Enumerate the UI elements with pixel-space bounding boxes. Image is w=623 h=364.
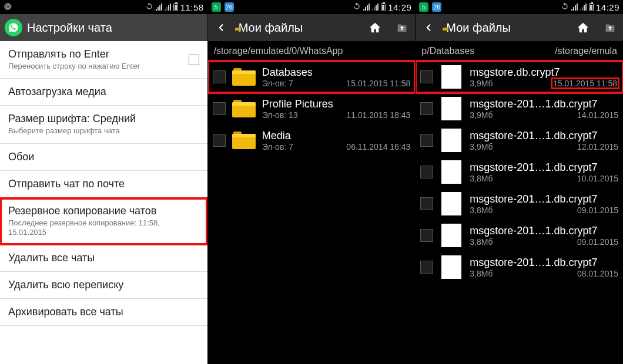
signal-icon-2 [165,4,171,11]
file-meta-right: 06.11.2014 16:43 [346,142,410,151]
file-meta-left: 3,8Мб [470,269,493,278]
file-row[interactable]: msgstore-201…1.db.crypt73,8Мб08.01.2015 [416,251,623,283]
file-meta-left: Эл-ов: 7 [262,79,293,88]
row-checkbox[interactable] [420,261,433,274]
file-row[interactable]: msgstore-201…1.db.crypt73,8Мб09.01.2015 [416,188,623,220]
row-checkbox[interactable] [213,70,226,83]
file-name: msgstore.db.crypt7 [470,66,618,79]
settings-item-title: Удалить все чаты [8,252,199,264]
settings-list: Отправлять по EnterПереносить строку по … [0,41,207,364]
file-meta-right: 08.01.2015 [577,269,618,278]
file-name: Databases [262,66,411,79]
file-meta-left: 3,9Мб [470,110,493,120]
row-checkbox[interactable] [420,134,433,147]
settings-item[interactable]: Автозагрузка медиа [0,79,207,106]
path-segment: p/Databases [421,46,474,56]
whatsapp-status-icon [4,2,12,12]
settings-item[interactable]: Отправлять по EnterПереносить строку по … [0,41,207,79]
settings-item-title: Обои [8,151,199,163]
home-icon[interactable] [367,19,383,36]
notification-badge-icon: 26 [225,2,234,12]
folder-icon [232,65,256,89]
file-name: msgstore-201…1.db.crypt7 [470,130,618,142]
row-checkbox[interactable] [213,102,226,115]
settings-item[interactable]: Обои [0,144,207,171]
settings-item-title: Резервное копирование чатов [8,205,199,217]
settings-item-title: Отправлять по Enter [8,48,189,60]
settings-item[interactable]: Резервное копирование чатовПоследнее рез… [0,198,207,245]
file-row[interactable]: msgstore-201…1.db.crypt73,9Мб14.01.2015 [416,93,623,124]
file-meta-left: 3,8Мб [470,174,493,183]
settings-item[interactable]: Размер шрифта: СреднийВыберите размер шр… [0,106,207,143]
settings-item-subtitle: Выберите размер шрифта чата [8,126,199,136]
file-icon [439,160,464,184]
home-icon[interactable] [575,19,591,36]
settings-item-title: Автозагрузка медиа [8,86,199,98]
file-row[interactable]: MediaЭл-ов: 706.11.2014 16:43 [208,124,416,156]
row-checkbox[interactable] [420,197,433,210]
header-bar: Мои файлы [208,14,416,41]
signal-icon-2 [372,4,379,11]
file-name: Media [262,130,411,142]
status-bar: 11:58 [0,0,207,14]
battery-icon [173,4,178,11]
file-row[interactable]: DatabasesЭл-ов: 715.01.2015 11:58 [208,61,416,93]
path-segment: /storage/emula [555,46,617,56]
sync-icon [145,2,153,12]
settings-item[interactable]: Удалить всю переписку [0,272,207,299]
file-row[interactable]: msgstore.db.crypt73,9Мб15.01.2015 11:58 [416,61,623,93]
row-checkbox[interactable] [420,102,433,115]
file-name: msgstore-201…1.db.crypt7 [470,193,618,205]
battery-icon [381,4,386,11]
file-row[interactable]: Profile PicturesЭл-ов: 1311.01.2015 18:4… [208,93,416,124]
status-clock: 14:29 [596,2,619,12]
file-row[interactable]: msgstore-201…1.db.crypt73,8Мб10.01.2015 [416,156,623,188]
file-meta-right: 15.01.2015 11:58 [346,79,410,88]
settings-item[interactable]: Удалить все чаты [0,245,207,272]
file-icon [439,191,464,216]
up-folder-icon[interactable] [602,19,618,36]
settings-item-subtitle: Переносить строку по нажатию Enter [8,62,189,71]
back-icon[interactable] [420,19,437,36]
row-checkbox[interactable] [420,166,433,178]
file-meta-left: 3,8Мб [470,205,493,215]
checkbox[interactable] [189,55,199,65]
whatsapp-icon [5,19,22,36]
file-name: msgstore-201…1.db.crypt7 [470,98,618,110]
file-icon [439,96,464,121]
file-meta-right: 10.01.2015 [577,174,618,183]
back-icon[interactable] [213,19,229,36]
file-meta-right: 12.01.2015 [577,142,618,151]
status-bar: 5 26 14:29 [416,0,623,14]
sync-icon [353,2,361,12]
file-name: msgstore-201…1.db.crypt7 [470,225,618,237]
file-icon [439,223,464,248]
row-checkbox[interactable] [420,70,433,83]
notification-badge-icon: 5 [212,2,221,12]
row-checkbox[interactable] [213,134,226,147]
signal-icon [363,4,370,11]
file-name: msgstore-201…1.db.crypt7 [470,161,618,174]
notification-badge-icon: 5 [419,2,428,12]
file-meta-left: Эл-ов: 13 [262,110,298,120]
file-meta-left: 3,9Мб [470,142,493,151]
header-bar: Настройки чата [0,14,207,41]
file-meta-left: 3,8Мб [470,237,493,247]
file-row[interactable]: msgstore-201…1.db.crypt73,8Мб09.01.2015 [416,220,623,251]
header-bar: Мои файлы [416,14,623,41]
phone-1: 11:58 Настройки чата Отправлять по Enter… [0,0,207,364]
page-title: Настройки чата [27,21,203,35]
file-icon [439,65,464,89]
settings-item[interactable]: Отправить чат по почте [0,171,207,198]
folder-icon [232,128,256,153]
settings-item[interactable]: Архивировать все чаты [0,299,207,326]
phone-2: 5 26 14:29 Мои файлы /storage/emulated/0… [207,0,416,364]
file-meta-right: 09.01.2015 [577,237,618,247]
row-checkbox[interactable] [420,229,433,242]
path-bar: /storage/emulated/0/WhatsApp [208,41,416,61]
file-row[interactable]: msgstore-201…1.db.crypt73,9Мб12.01.2015 [416,124,623,156]
settings-item-title: Отправить чат по почте [8,178,199,190]
file-meta-left: Эл-ов: 7 [262,142,293,151]
file-list-panel: /storage/emulated/0/WhatsApp DatabasesЭл… [208,41,416,364]
up-folder-icon[interactable] [394,19,410,36]
